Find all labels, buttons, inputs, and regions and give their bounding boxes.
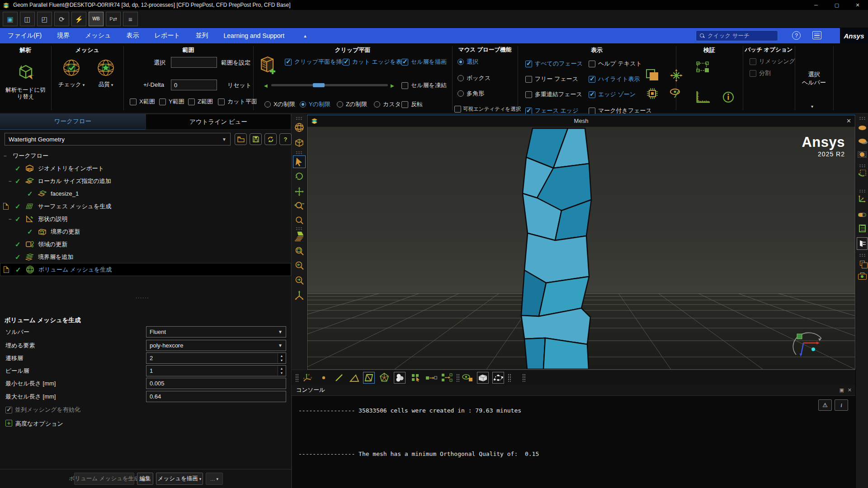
pan-view-tool[interactable] xyxy=(294,186,305,197)
x-range-checkbox[interactable]: X範囲 xyxy=(130,98,155,106)
logo-toggle-icon[interactable] xyxy=(857,223,867,233)
z-range-checkbox[interactable]: Z範囲 xyxy=(188,98,213,106)
solver-select[interactable]: Fluent▼ xyxy=(146,326,286,338)
insert-clip-plane-checkbox[interactable]: クリップ平面を挿入 xyxy=(285,58,348,66)
split-checkbox[interactable]: 分割 xyxy=(750,69,771,77)
help-button[interactable]: ? xyxy=(792,31,801,40)
minimize-button[interactable]: ─ xyxy=(806,0,826,10)
clip-plane-slider-handle[interactable] xyxy=(313,83,325,87)
edge-zones-checkbox[interactable]: エッジ ゾーン xyxy=(589,90,636,99)
polyhedra-display-icon[interactable] xyxy=(378,372,390,384)
probe-polygon-radio[interactable]: 多角形 xyxy=(458,89,484,98)
mesh-quality-button[interactable]: 品質▾ xyxy=(90,58,122,110)
previous-view-tool[interactable] xyxy=(294,260,305,271)
workflow-type-combo[interactable]: Watertight Geometry ▼ xyxy=(5,133,231,145)
viewport-canvas[interactable]: Ansys 2025 R2 xyxy=(307,127,855,369)
zoom-in-out-tool[interactable] xyxy=(294,201,305,211)
slider-right-arrow[interactable]: ▶ xyxy=(391,83,394,88)
peel-layers-stepper[interactable]: 1 ▲▼ xyxy=(146,365,286,376)
tree-item-import-geometry[interactable]: ✓ CAD ジオメトリをインポート xyxy=(0,162,291,174)
tree-item-generate-surface-mesh[interactable]: ✓ サーフェス メッシュを生成 xyxy=(0,200,291,212)
cells-transform-icon[interactable] xyxy=(441,372,453,384)
refresh-workflow-button[interactable] xyxy=(264,133,277,145)
eye-display-icon[interactable] xyxy=(669,88,683,99)
lines-display-icon[interactable] xyxy=(333,372,345,384)
limit-x-radio[interactable]: Xの制限 xyxy=(264,100,295,108)
multi-faces-checkbox[interactable]: 多重連結フェース xyxy=(525,90,582,99)
tree-root[interactable]: − ワークフロー xyxy=(0,150,291,162)
freeze-cell-layer-checkbox[interactable]: セル層を凍結 xyxy=(401,81,447,89)
tab-workflow[interactable]: ワークフロー xyxy=(0,114,146,130)
toolbar-drag-handle[interactable] xyxy=(508,374,511,382)
toolbar-drag-handle[interactable] xyxy=(456,374,460,382)
toolbar-drag-handle[interactable] xyxy=(859,164,865,167)
overlapping-faces-icon[interactable] xyxy=(646,69,660,82)
orientation-triad[interactable] xyxy=(790,331,828,359)
toolbar-drag-handle[interactable] xyxy=(859,253,865,257)
all-faces-checkbox[interactable]: すべてのフェース xyxy=(525,60,583,68)
toolbar-drag-handle[interactable] xyxy=(859,189,865,192)
free-faces-checkbox[interactable]: フリー フェース xyxy=(525,75,578,83)
open-workflow-button[interactable] xyxy=(235,133,247,145)
parallel-meshing-checkbox[interactable]: 並列メッシングを有効化 xyxy=(5,406,80,414)
clip-plane-slider[interactable] xyxy=(271,84,388,86)
menu-parallel[interactable]: 並列 xyxy=(188,28,216,43)
bounds-select-field[interactable] xyxy=(171,57,217,68)
menu-display[interactable]: 表示 xyxy=(119,28,147,43)
maximize-button[interactable]: ▢ xyxy=(826,0,847,10)
explode-view-icon[interactable] xyxy=(669,69,684,82)
viewport-close-icon[interactable]: ✕ xyxy=(846,117,851,124)
reset-view-icon[interactable] xyxy=(857,169,867,178)
mesh-check-button[interactable]: チェック▾ xyxy=(55,58,88,110)
document-list-icon[interactable] xyxy=(812,31,821,39)
workflow-help-button[interactable]: ? xyxy=(279,133,292,145)
remeshing-checkbox[interactable]: リメッシング xyxy=(750,57,795,66)
edit-button[interactable]: 編集 xyxy=(137,473,153,485)
info-messages-button[interactable]: i xyxy=(835,399,848,411)
delta-field[interactable]: 0 xyxy=(171,80,217,90)
chip-zones-icon[interactable] xyxy=(646,87,659,100)
read-case-button[interactable]: ◫ xyxy=(20,12,35,26)
y-range-checkbox[interactable]: Y範囲 xyxy=(159,98,184,106)
bounding-box-icon[interactable] xyxy=(294,137,305,148)
tree-item-update-regions[interactable]: ✓ 領域の更新 xyxy=(0,238,291,250)
mesh-display-globe-icon[interactable] xyxy=(294,122,305,133)
cut-plane-checkbox[interactable]: カット平面 xyxy=(218,98,257,106)
side-panel-toggle-button[interactable] xyxy=(857,237,868,250)
write-case-button[interactable]: ◰ xyxy=(37,12,52,26)
parameters-button[interactable]: P⇄ xyxy=(106,12,121,26)
points-display-icon[interactable] xyxy=(318,372,330,384)
console-output[interactable]: ---------------- 35833506 cells were cre… xyxy=(292,396,855,488)
toolbar-drag-handle[interactable] xyxy=(522,374,526,382)
advanced-options-expander[interactable]: + xyxy=(5,420,12,427)
toolbar-drag-handle[interactable] xyxy=(296,151,302,154)
journal-button[interactable]: ≡ xyxy=(123,12,138,26)
probe-select-radio[interactable]: 選択 xyxy=(458,58,478,66)
quick-search[interactable] xyxy=(696,30,778,41)
next-view-tool[interactable] xyxy=(294,275,305,286)
min-cell-length-field[interactable]: 0.005 xyxy=(146,378,286,389)
tab-outline-view[interactable]: アウトライン ビュー xyxy=(146,114,291,130)
console-close-icon[interactable]: ✕ xyxy=(848,387,852,393)
menu-mesh[interactable]: メッシュ xyxy=(77,28,118,43)
quads-display-icon[interactable] xyxy=(363,372,375,384)
transition-layers-stepper[interactable]: 2 ▲▼ xyxy=(146,352,286,364)
reset-button[interactable]: リセット xyxy=(227,81,251,89)
insert-clip-plane-icon[interactable] xyxy=(258,55,278,77)
cell-to-cell-icon[interactable] xyxy=(425,372,437,384)
invert-checkbox[interactable]: 反転 xyxy=(401,100,423,108)
workbench-button[interactable]: WB xyxy=(89,12,104,26)
more-button[interactable]: ...▾ xyxy=(206,473,223,485)
visibility-toggle-icon[interactable] xyxy=(462,372,473,384)
draw-mesh-button[interactable]: メッシュを描画▾ xyxy=(156,473,203,485)
tree-item-add-boundary-layers[interactable]: ✓ 境界層を追加 xyxy=(0,251,291,263)
verify-region-icon[interactable] xyxy=(695,61,710,73)
show-cut-edges-checkbox[interactable]: カット エッジを表示 xyxy=(343,58,408,66)
copy-screenshot-icon[interactable] xyxy=(857,258,867,268)
limit-z-radio[interactable]: Zの制限 xyxy=(337,100,367,108)
menu-file[interactable]: ファイル(F) xyxy=(0,28,49,43)
flat-shading-icon[interactable] xyxy=(857,123,867,133)
tree-item-update-boundaries[interactable]: ✓ 境界の更新 xyxy=(0,225,291,238)
smooth-shading-icon[interactable] xyxy=(857,136,867,146)
rotate-view-tool[interactable] xyxy=(294,171,305,182)
